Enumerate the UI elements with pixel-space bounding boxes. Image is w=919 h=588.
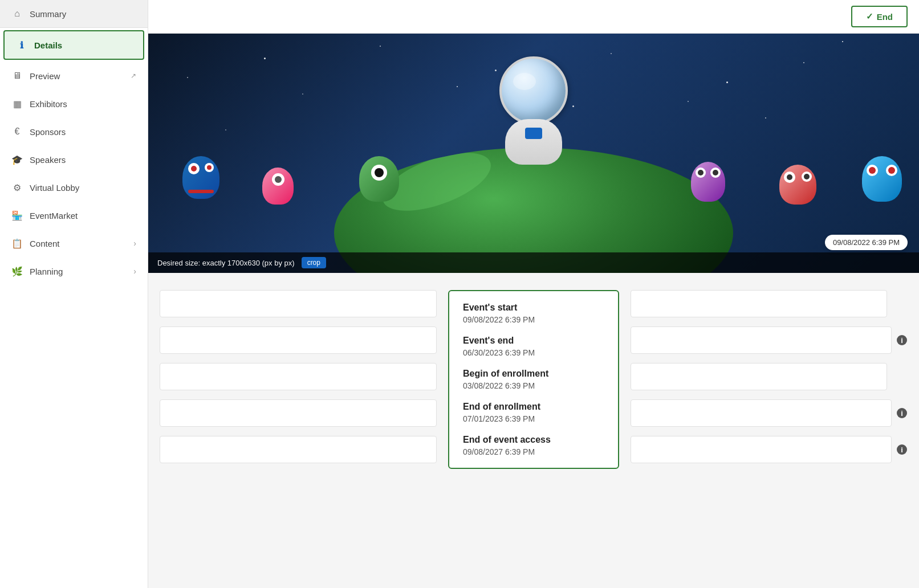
astronaut-helmet (499, 56, 568, 125)
sidebar-label-planning: Planning (30, 267, 127, 276)
sidebar-item-sponsors[interactable]: € Sponsors (0, 118, 148, 146)
events-end-item: Event's end 06/30/2023 6:39 PM (463, 336, 604, 357)
content-arrow-icon: › (133, 239, 136, 248)
begin-enrollment-item: Begin of enrollment 03/08/2022 6:39 PM (463, 369, 604, 390)
monster-green (359, 156, 399, 202)
begin-enrollment-label: Begin of enrollment (463, 369, 604, 379)
planning-arrow-icon: › (133, 267, 136, 276)
right-column: i i (631, 290, 908, 469)
sidebar-item-summary[interactable]: ⌂ Summary (0, 0, 148, 28)
field-box-5a[interactable] (160, 436, 437, 463)
field-box-1a[interactable] (160, 290, 437, 317)
right-row-5: i (631, 436, 908, 463)
sidebar-item-virtual-lobby[interactable]: ⚙ Virtual Lobby (0, 174, 148, 202)
monster-blue-right (862, 156, 902, 202)
sidebar: ⌂ Summary ℹ Details 🖥 Preview ↗ ▦ Exhibi… (0, 0, 148, 588)
monster-pink (262, 168, 294, 205)
events-end-value: 06/30/2023 6:39 PM (463, 348, 604, 357)
sidebar-item-speakers[interactable]: 🎓 Speakers (0, 146, 148, 174)
events-start-item: Event's start 09/08/2022 6:39 PM (463, 303, 604, 324)
info-icon-3[interactable]: i (896, 444, 908, 455)
external-link-icon: ↗ (131, 72, 136, 80)
sidebar-item-exhibitors[interactable]: ▦ Exhibitors (0, 90, 148, 118)
events-end-label: Event's end (463, 336, 604, 346)
right-field-2[interactable] (631, 326, 892, 354)
sidebar-label-content: Content (30, 239, 127, 248)
svg-text:i: i (901, 446, 903, 454)
sidebar-item-content[interactable]: 📋 Content › (0, 230, 148, 258)
hero-image-section: Desired size: exactly 1700x630 (px by px… (148, 34, 919, 273)
main-content: ✓ End (148, 0, 919, 588)
end-access-label: End of event access (463, 435, 604, 445)
left-column (160, 290, 437, 469)
field-row-2 (160, 326, 437, 354)
right-field-1[interactable] (631, 290, 887, 317)
begin-enrollment-value: 03/08/2022 6:39 PM (463, 381, 604, 390)
field-box-3a[interactable] (160, 363, 437, 390)
sidebar-label-details: Details (34, 40, 132, 50)
sponsors-icon: € (11, 126, 23, 137)
sidebar-label-exhibitors: Exhibitors (30, 99, 136, 109)
sidebar-item-planning[interactable]: 🌿 Planning › (0, 258, 148, 285)
top-bar: ✓ End (148, 0, 919, 34)
monster-purple (691, 162, 725, 202)
end-enrollment-value: 07/01/2023 6:39 PM (463, 414, 604, 423)
events-start-label: Event's start (463, 303, 604, 313)
virtual-lobby-icon: ⚙ (11, 182, 23, 193)
sidebar-label-event-market: EventMarket (30, 211, 136, 220)
sidebar-label-sponsors: Sponsors (30, 127, 136, 137)
field-box-2a[interactable] (160, 326, 437, 354)
content-area: Event's start 09/08/2022 6:39 PM Event's… (148, 273, 919, 486)
info-icon-1[interactable]: i (896, 334, 908, 346)
right-row-4: i (631, 399, 908, 427)
image-info-bar: Desired size: exactly 1700x630 (px by px… (148, 252, 919, 273)
sidebar-item-event-market[interactable]: 🏪 EventMarket (0, 202, 148, 230)
sidebar-label-preview: Preview (30, 71, 124, 81)
end-access-value: 09/08/2027 6:39 PM (463, 447, 604, 456)
field-row-5 (160, 436, 437, 463)
end-enrollment-label: End of enrollment (463, 402, 604, 412)
planning-icon: 🌿 (11, 266, 23, 277)
right-field-4[interactable] (631, 399, 892, 427)
monitor-icon: 🖥 (11, 70, 23, 81)
image-size-info: Desired size: exactly 1700x630 (px by px… (157, 259, 295, 267)
field-row-1 (160, 290, 437, 317)
right-row-2: i (631, 326, 908, 354)
field-box-4a[interactable] (160, 399, 437, 427)
check-icon: ✓ (866, 11, 873, 22)
end-button-label: End (877, 12, 893, 22)
sidebar-item-preview[interactable]: 🖥 Preview ↗ (0, 62, 148, 90)
svg-text:i: i (901, 336, 903, 345)
info-icon: ℹ (16, 39, 27, 51)
field-row-3 (160, 363, 437, 390)
sidebar-label-virtual-lobby: Virtual Lobby (30, 183, 136, 193)
content-icon: 📋 (11, 238, 23, 249)
end-access-item: End of event access 09/08/2027 6:39 PM (463, 435, 604, 456)
astronaut-body (505, 119, 562, 165)
event-details-card: Event's start 09/08/2022 6:39 PM Event's… (448, 290, 619, 469)
exhibitors-icon: ▦ (11, 98, 23, 109)
field-row-4 (160, 399, 437, 427)
home-icon: ⌂ (11, 8, 23, 19)
right-field-5[interactable] (631, 436, 892, 463)
info-icon-2[interactable]: i (896, 407, 908, 419)
right-row-3 (631, 363, 908, 390)
event-market-icon: 🏪 (11, 210, 23, 221)
monster-red (779, 165, 816, 205)
speakers-icon: 🎓 (11, 154, 23, 165)
end-enrollment-item: End of enrollment 07/01/2023 6:39 PM (463, 402, 604, 423)
sidebar-label-summary: Summary (30, 9, 136, 19)
sidebar-item-details[interactable]: ℹ Details (3, 30, 144, 60)
sidebar-label-speakers: Speakers (30, 155, 136, 165)
monster-blue-left (182, 156, 219, 199)
right-field-3[interactable] (631, 363, 887, 390)
astronaut-character (488, 56, 579, 170)
svg-text:i: i (901, 409, 903, 418)
right-row-1 (631, 290, 908, 317)
events-start-value: 09/08/2022 6:39 PM (463, 315, 604, 324)
end-button[interactable]: ✓ End (851, 6, 908, 27)
timestamp-badge: 09/08/2022 6:39 PM (825, 235, 908, 250)
crop-button[interactable]: crop (302, 257, 326, 268)
